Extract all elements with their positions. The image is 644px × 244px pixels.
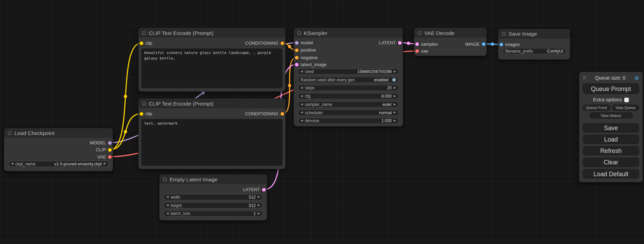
settings-gear-icon[interactable]: ⚙ (634, 75, 639, 81)
sampler-name-widget[interactable]: ◀ sampler_name euler ▶ (298, 101, 399, 108)
filename-prefix-widget[interactable]: filename_prefix ComfyUI (502, 48, 566, 54)
scheduler-widget[interactable]: ◀ scheduler normal ▶ (298, 110, 399, 116)
collapse-toggle-icon[interactable] (297, 31, 301, 35)
load-button[interactable]: Load (583, 135, 639, 144)
queue-front-button[interactable]: Queue Front (583, 105, 610, 111)
increment-arrow-icon[interactable]: ▶ (394, 70, 396, 73)
width-widget[interactable]: ◀ width 512 ▶ (164, 194, 263, 200)
save-button[interactable]: Save (583, 123, 639, 133)
positive-input-dot-icon[interactable] (295, 48, 299, 52)
model-input-dot-icon[interactable] (295, 41, 299, 45)
prompt-textarea[interactable]: beautiful scenery nature glass bottle la… (141, 48, 283, 88)
increment-arrow-icon[interactable]: ▶ (258, 204, 260, 207)
increment-arrow-icon[interactable]: ▶ (394, 87, 396, 89)
node-title-bar[interactable]: Save Image (498, 29, 570, 38)
input-slot-negative[interactable]: negative (295, 55, 318, 60)
input-slot-latent-image[interactable]: latent_image (295, 62, 326, 67)
queue-prompt-button[interactable]: Queue Prompt (583, 83, 639, 94)
decrement-arrow-icon[interactable]: ◀ (301, 111, 303, 114)
negative-input-dot-icon[interactable] (295, 56, 299, 60)
steps-widget[interactable]: ◀ steps 20 ▶ (298, 85, 399, 91)
collapse-toggle-icon[interactable] (163, 178, 167, 181)
clip-input-dot-icon[interactable] (140, 41, 143, 45)
increment-arrow-icon[interactable]: ▶ (104, 162, 106, 165)
node-title-bar[interactable]: CLIP Text Encode (Prompt) (139, 28, 285, 38)
increment-arrow-icon[interactable]: ▶ (394, 103, 396, 106)
height-widget[interactable]: ◀ height 512 ▶ (164, 202, 263, 208)
increment-arrow-icon[interactable]: ▶ (394, 111, 396, 114)
batch-size-widget[interactable]: ◀ batch_size 1 ▶ (164, 210, 263, 217)
input-slot-positive[interactable]: positive (295, 48, 316, 53)
view-queue-button[interactable]: View Queue (612, 105, 639, 111)
output-slot-latent[interactable]: LATENT (243, 187, 266, 192)
increment-arrow-icon[interactable]: ▶ (394, 119, 396, 122)
decrement-arrow-icon[interactable]: ◀ (166, 196, 168, 199)
output-slot-conditioning[interactable]: CONDITIONING (245, 111, 284, 116)
clip-input-dot-icon[interactable] (140, 112, 143, 116)
output-slot-vae[interactable]: VAE (97, 154, 112, 159)
increment-arrow-icon[interactable]: ▶ (258, 196, 260, 199)
model-output-dot-icon[interactable] (108, 141, 112, 145)
clear-button[interactable]: Clear (583, 157, 639, 167)
input-slot-model[interactable]: model (295, 40, 313, 45)
image-output-dot-icon[interactable] (482, 42, 486, 46)
node-load-checkpoint[interactable]: Load Checkpoint MODEL CLIP VAE ◀ c (4, 128, 113, 171)
collapse-toggle-icon[interactable] (142, 31, 146, 35)
collapse-toggle-icon[interactable] (418, 31, 422, 35)
denoise-widget[interactable]: ◀ denoise 1.000 ▶ (298, 118, 399, 124)
node-vae-decode[interactable]: VAE Decode samples IMAGE vae (414, 28, 487, 56)
refresh-button[interactable]: Refresh (583, 146, 639, 155)
extra-options-checkbox[interactable] (624, 98, 629, 102)
latent-output-dot-icon[interactable] (398, 41, 402, 45)
input-slot-vae[interactable]: vae (415, 48, 429, 53)
clip-output-dot-icon[interactable] (108, 148, 112, 152)
decrement-arrow-icon[interactable]: ◀ (301, 87, 303, 89)
ckpt-name-widget[interactable]: ◀ ckpt_name v1-5-pruned-emaonly.ckpt ▶ (8, 161, 109, 167)
node-title-bar[interactable]: CLIP Text Encode (Prompt) (139, 99, 285, 108)
output-slot-latent[interactable]: LATENT (379, 40, 402, 45)
vae-input-dot-icon[interactable] (415, 49, 419, 53)
increment-arrow-icon[interactable]: ▶ (394, 95, 396, 98)
toggle-knob-icon[interactable] (392, 78, 396, 82)
input-slot-clip[interactable]: clip (140, 111, 152, 116)
latent-output-dot-icon[interactable] (262, 188, 266, 191)
decrement-arrow-icon[interactable]: ◀ (11, 162, 13, 165)
node-graph-canvas[interactable]: Load Checkpoint MODEL CLIP VAE ◀ c (0, 0, 644, 244)
vae-output-dot-icon[interactable] (108, 155, 112, 159)
input-slot-images[interactable]: images (500, 42, 520, 47)
node-title-bar[interactable]: Load Checkpoint (4, 128, 113, 138)
decrement-arrow-icon[interactable]: ◀ (301, 103, 303, 106)
node-empty-latent-image[interactable]: Empty Latent Image LATENT ◀ width 512 ▶ … (159, 174, 267, 220)
decrement-arrow-icon[interactable]: ◀ (166, 204, 168, 207)
conditioning-output-dot-icon[interactable] (281, 112, 284, 116)
output-slot-clip[interactable]: CLIP (96, 147, 112, 152)
prompt-textarea[interactable]: text, watermark (141, 119, 283, 166)
node-clip-text-encode-positive[interactable]: CLIP Text Encode (Prompt) clip CONDITION… (139, 28, 285, 92)
node-save-image[interactable]: Save Image images filename_prefix ComfyU… (498, 29, 570, 60)
load-default-button[interactable]: Load Default (583, 169, 639, 178)
node-title-bar[interactable]: VAE Decode (414, 28, 487, 38)
decrement-arrow-icon[interactable]: ◀ (166, 212, 168, 215)
input-slot-samples[interactable]: samples (415, 42, 438, 46)
node-ksampler[interactable]: KSampler model LATENT positive negative (294, 28, 403, 127)
seed-widget[interactable]: ◀ seed 156680208700286 ▶ (298, 69, 399, 75)
view-history-button[interactable]: View History (589, 112, 633, 119)
images-input-dot-icon[interactable] (500, 43, 503, 46)
collapse-toggle-icon[interactable] (502, 32, 506, 36)
conditioning-output-dot-icon[interactable] (281, 41, 284, 45)
decrement-arrow-icon[interactable]: ◀ (301, 95, 303, 98)
output-slot-model[interactable]: MODEL (90, 140, 112, 145)
collapse-toggle-icon[interactable] (142, 101, 146, 105)
output-slot-image[interactable]: IMAGE (465, 42, 486, 46)
seed-mode-widget[interactable]: Random seed after every gen enabled (298, 77, 399, 83)
node-clip-text-encode-negative[interactable]: CLIP Text Encode (Prompt) clip CONDITION… (139, 99, 285, 169)
cfg-widget[interactable]: ◀ cfg 8.000 ▶ (298, 93, 399, 99)
increment-arrow-icon[interactable]: ▶ (258, 212, 260, 215)
decrement-arrow-icon[interactable]: ◀ (301, 119, 303, 122)
drag-handle-icon[interactable]: ⠿ (583, 75, 586, 81)
samples-input-dot-icon[interactable] (415, 42, 419, 46)
output-slot-conditioning[interactable]: CONDITIONING (245, 40, 284, 45)
latent-image-input-dot-icon[interactable] (295, 63, 299, 66)
decrement-arrow-icon[interactable]: ◀ (301, 70, 303, 73)
node-title-bar[interactable]: Empty Latent Image (159, 174, 267, 184)
